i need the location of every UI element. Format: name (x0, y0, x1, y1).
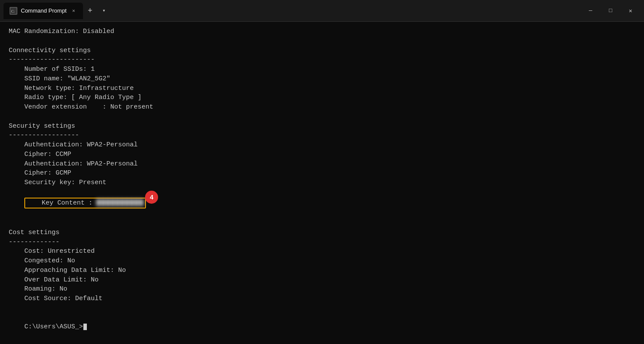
titlebar: C: Command Prompt ✕ + ▾ — □ ✕ (0, 0, 644, 22)
security-header: Security settings (9, 122, 635, 131)
approaching-label: Approaching Data Limit (9, 267, 110, 274)
connectivity-divider: ---------------------- (9, 55, 635, 65)
key-content-highlight: Key Content : ██████████ 4 (24, 198, 146, 209)
roaming-line: Roaming: No (9, 284, 635, 294)
over-limit-value: : No (83, 276, 99, 284)
ssid-count-line: Number of SSIDs: 1 (9, 65, 635, 74)
blank-line-1 (9, 36, 635, 46)
cursor (83, 324, 87, 330)
cipher1-label: Cipher (9, 151, 48, 158)
cipher2-label: Cipher (9, 169, 48, 177)
command-prompt-line: C:\Users\ASUS_> (9, 313, 635, 341)
over-limit-line: Over Data Limit: No (9, 275, 635, 285)
blank-line-3 (9, 218, 635, 228)
security-key-line: Security key: Present (9, 178, 635, 188)
auth2-value: : WPA2-Personal (79, 160, 138, 168)
cipher2-line: Cipher: GCMP (9, 169, 635, 178)
auth1-value: : WPA2-Personal (79, 141, 138, 149)
titlebar-left: C: Command Prompt ✕ + ▾ (3, 3, 581, 19)
congested-label: Congested (9, 257, 59, 265)
tab-title: Command Prompt (21, 7, 66, 14)
network-type-value: : Infrastructure (71, 85, 134, 92)
tab-close-button[interactable]: ✕ (70, 7, 77, 14)
auth2-line: Authentication: WPA2-Personal (9, 159, 635, 169)
key-content-value: ██████████ (96, 198, 144, 208)
tab-dropdown-button[interactable]: ▾ (97, 4, 111, 18)
cost-line: Cost: Unrestricted (9, 247, 635, 256)
mac-value: : Disabled (75, 28, 114, 35)
auth1-line: Authentication: WPA2-Personal (9, 140, 635, 150)
security-key-label: Security key (9, 179, 71, 186)
congested-line: Congested: No (9, 256, 635, 266)
ssid-name-label: SSID name (9, 75, 59, 83)
network-type-line: Network type: Infrastructure (9, 84, 635, 93)
connectivity-header: Connectivity settings (9, 46, 635, 56)
step-badge-4: 4 (145, 191, 158, 204)
window-controls: — □ ✕ (581, 0, 641, 22)
vendor-ext-label: Vendor extension (9, 103, 87, 111)
congested-value: : No (59, 257, 75, 265)
mac-randomization-line: MAC Randomization: Disabled (9, 27, 635, 36)
key-content-line: Key Content : ██████████ 4 (9, 188, 635, 218)
cost-source-value: : Default (67, 295, 102, 302)
key-content-label: Key Content (26, 198, 85, 208)
active-tab[interactable]: C: Command Prompt ✕ (3, 3, 83, 19)
vendor-ext-line: Vendor extension : Not present (9, 103, 635, 112)
close-button[interactable]: ✕ (621, 0, 641, 22)
cipher1-line: Cipher: CCMP (9, 150, 635, 159)
ssid-name-value: : "WLAN2_5G2" (59, 75, 110, 83)
ssid-count-value: : 1 (83, 66, 95, 73)
cost-divider: ------------- (9, 238, 635, 247)
blank-line-2 (9, 112, 635, 122)
blank-line-4 (9, 304, 635, 313)
security-divider: ------------------ (9, 131, 635, 140)
approaching-line: Approaching Data Limit: No (9, 266, 635, 275)
new-tab-button[interactable]: + (83, 4, 97, 18)
mac-label: MAC Randomization (9, 28, 75, 35)
svg-text:C:: C: (11, 9, 15, 13)
auth2-label: Authentication (9, 160, 79, 168)
maximize-button[interactable]: □ (601, 0, 621, 22)
minimize-button[interactable]: — (581, 0, 601, 22)
key-content-colon: : (85, 198, 96, 208)
cipher1-value: : CCMP (48, 151, 71, 158)
radio-type-label: Radio type (9, 94, 63, 101)
cost-source-line: Cost Source: Default (9, 294, 635, 304)
cost-source-label: Cost Source (9, 295, 67, 302)
prompt-text: C:\Users\ASUS_> (24, 323, 83, 331)
approaching-value: : No (110, 267, 126, 274)
ssid-name-line: SSID name: "WLAN2_5G2" (9, 74, 635, 84)
over-limit-label: Over Data Limit (9, 276, 83, 284)
auth1-label: Authentication (9, 141, 79, 149)
cost-header: Cost settings (9, 228, 635, 238)
radio-type-value: : [ Any Radio Type ] (63, 94, 142, 101)
terminal-icon: C: (10, 7, 17, 15)
radio-type-line: Radio type: [ Any Radio Type ] (9, 93, 635, 103)
cost-label: Cost (9, 248, 40, 255)
terminal-body: MAC Randomization: Disabled Connectivity… (0, 22, 644, 344)
security-key-value: : Present (71, 179, 106, 186)
network-type-label: Network type (9, 85, 71, 92)
vendor-ext-value: : Not present (87, 103, 153, 111)
cost-value: : Unrestricted (40, 248, 95, 255)
cipher2-value: : GCMP (48, 169, 71, 177)
ssid-count-label: Number of SSIDs (9, 66, 83, 73)
roaming-label: Roaming (9, 285, 52, 293)
roaming-value: : No (52, 285, 67, 293)
